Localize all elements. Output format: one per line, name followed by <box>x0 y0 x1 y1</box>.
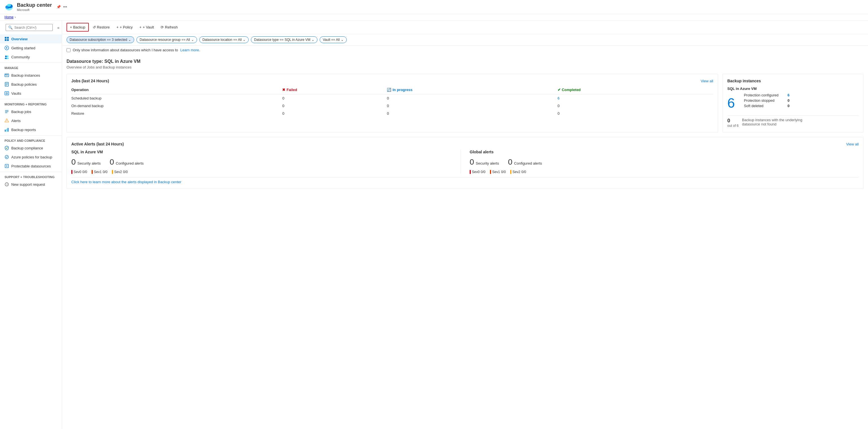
manage-section-label: Manage <box>0 63 62 71</box>
sidebar-item-protectable-datasources[interactable]: Protectable datasources <box>0 161 62 171</box>
vaults-icon <box>4 91 9 96</box>
bottom-count: 0 <box>727 118 739 124</box>
restore-button[interactable]: ↺ Restore <box>90 23 113 31</box>
vault-button[interactable]: + + Vault <box>137 23 157 31</box>
bottom-out-of: out of 6 <box>727 124 739 128</box>
collapse-sidebar-button[interactable]: « <box>57 25 60 30</box>
failed-cell: 0 <box>282 94 387 102</box>
breadcrumb-home[interactable]: Home <box>4 15 13 19</box>
sev0-bar-sql <box>71 170 72 174</box>
svg-rect-4 <box>5 37 6 39</box>
svg-rect-7 <box>7 39 9 41</box>
jobs-card: Jobs (last 24 Hours) View all Operation … <box>66 74 718 132</box>
failed-cell: 0 <box>282 110 387 117</box>
alerts-card: Active Alerts (last 24 Hours) View all S… <box>66 137 864 189</box>
sidebar-item-label: Azure policies for backup <box>11 155 52 159</box>
sidebar-item-backup-reports[interactable]: Backup reports <box>0 125 62 134</box>
backup-instances-card: Backup instances SQL in Azure VM 6 Prote… <box>722 74 864 132</box>
backup-button[interactable]: + Backup <box>66 23 89 32</box>
table-row: Restore 0 0 0 <box>71 110 713 117</box>
sidebar-item-label: Overview <box>11 37 28 41</box>
sql-security-label: Security alerts <box>78 161 101 165</box>
datasource-subtitle: Overview of Jobs and Backup instances <box>66 65 864 69</box>
sidebar-item-alerts[interactable]: Alerts <box>0 116 62 125</box>
completed-cell[interactable]: 6 <box>558 94 713 102</box>
filter-subscription[interactable]: Datasource subscription == 3 selected ⌄ <box>66 36 134 43</box>
alerts-footer-link[interactable]: Click here to learn more about the alert… <box>71 180 181 184</box>
col-completed: ✔ Completed <box>558 87 713 94</box>
jobs-view-all-link[interactable]: View all <box>701 79 713 83</box>
svg-point-34 <box>6 165 7 166</box>
alerts-view-all-link[interactable]: View all <box>846 142 859 146</box>
sidebar-item-backup-instances[interactable]: Backup instances <box>0 71 62 80</box>
search-input[interactable] <box>14 26 50 30</box>
svg-point-3 <box>7 4 11 7</box>
sidebar-item-new-support-request[interactable]: ? New support request <box>0 180 62 189</box>
operation-cell: On-demand backup <box>71 102 282 110</box>
pin-icon[interactable]: 📌 <box>56 5 61 9</box>
sev2-label-global: Sev2 <box>513 170 520 174</box>
refresh-icon: ⟳ <box>161 25 164 29</box>
table-row: On-demand backup 0 0 0 <box>71 102 713 110</box>
svg-rect-14 <box>5 74 6 75</box>
filter-resource-group[interactable]: Datasource resource group == All ⌄ <box>136 36 197 43</box>
sev1-label-sql: Sev1 <box>94 170 101 174</box>
community-icon <box>4 55 9 59</box>
filter-bar: Datasource subscription == 3 selected ⌄ … <box>62 34 868 45</box>
sidebar-item-azure-policies[interactable]: Azure policies for backup <box>0 152 62 161</box>
sev2-bar-global <box>510 170 512 174</box>
sidebar-item-getting-started[interactable]: Getting started <box>0 43 62 53</box>
protectable-datasources-icon <box>4 164 9 168</box>
access-check-checkbox[interactable] <box>66 48 70 52</box>
instances-bottom: 0 out of 6 Backup instances with the und… <box>727 115 859 128</box>
sql-configured-count: 0 <box>110 158 114 166</box>
sev0-label-sql: Sev0 <box>73 170 81 174</box>
svg-point-23 <box>6 93 7 94</box>
sidebar-item-label: Backup instances <box>11 73 40 78</box>
completed-cell: 0 <box>558 102 713 110</box>
operation-cell: Scheduled backup <box>71 94 282 102</box>
svg-rect-5 <box>7 37 9 39</box>
sidebar-item-label: Backup jobs <box>11 110 31 114</box>
col-inprogress: 🔄 In progress <box>387 87 557 94</box>
svg-rect-30 <box>6 129 7 132</box>
inprogress-icon: 🔄 <box>387 88 391 92</box>
protection-stopped-label: Protection stopped <box>744 98 774 102</box>
global-security-count: 0 <box>470 158 474 166</box>
bottom-desc: Backup instances with the underlying dat… <box>742 118 804 126</box>
main-content: + Backup ↺ Restore + + Policy + + Vault … <box>62 21 868 429</box>
sev2-bar-sql <box>112 170 113 174</box>
filter-datasource-type[interactable]: Datasource type == SQL in Azure VM ⌄ <box>251 36 317 43</box>
protection-configured-label: Protection configured <box>744 93 779 97</box>
protection-configured-value: 6 <box>788 93 789 97</box>
sidebar-item-vaults[interactable]: Vaults <box>0 89 62 98</box>
svg-point-28 <box>6 121 7 122</box>
sidebar-item-label: Community <box>11 55 30 59</box>
sql-security-count: 0 <box>71 158 76 166</box>
backup-instances-card-title: Backup instances <box>727 79 761 83</box>
learn-more-link[interactable]: Learn more. <box>180 48 200 52</box>
sev2-label-sql: Sev2 <box>114 170 122 174</box>
backup-instances-big-number: 6 <box>727 95 735 111</box>
sidebar-item-label: New support request <box>11 182 45 187</box>
alerts-card-title: Active Alerts (last 24 Hours) <box>71 142 124 146</box>
sidebar-item-backup-jobs[interactable]: Backup jobs <box>0 107 62 116</box>
vault-plus-icon: + <box>140 25 142 29</box>
filter-vault[interactable]: Vault == All ⌄ <box>320 36 347 43</box>
col-operation: Operation <box>71 87 282 94</box>
sidebar-item-label: Protectable datasources <box>11 164 51 168</box>
refresh-button[interactable]: ⟳ Refresh <box>158 23 181 31</box>
sidebar-item-backup-policies[interactable]: Backup policies <box>0 80 62 89</box>
more-icon[interactable]: ••• <box>63 5 67 9</box>
sidebar-item-community[interactable]: Community <box>0 53 62 61</box>
sidebar-item-backup-compliance[interactable]: Backup compliance <box>0 144 62 152</box>
jobs-table: Operation ✖ Failed 🔄 <box>71 87 713 117</box>
policy-button[interactable]: + + Policy <box>114 23 135 31</box>
alerts-icon <box>4 118 9 123</box>
sidebar-item-label: Vaults <box>11 91 21 96</box>
sidebar-item-overview[interactable]: Overview <box>0 34 62 43</box>
svg-rect-15 <box>6 74 8 75</box>
filter-location[interactable]: Datasource location == All ⌄ <box>199 36 249 43</box>
svg-rect-31 <box>8 128 8 132</box>
toolbar: + Backup ↺ Restore + + Policy + + Vault … <box>62 21 868 34</box>
